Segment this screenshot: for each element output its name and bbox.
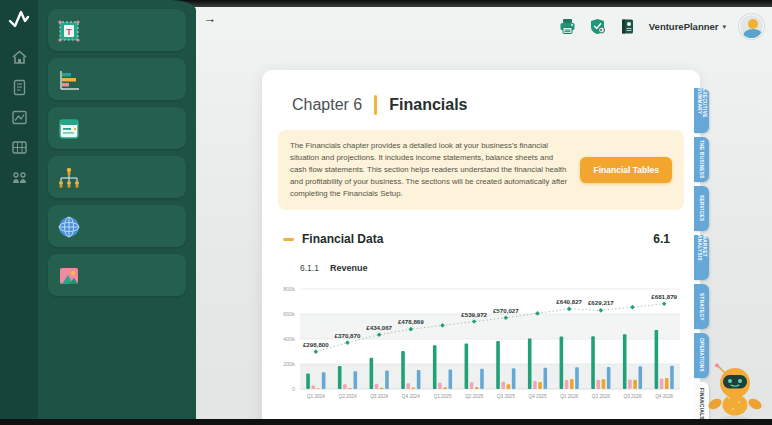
revenue-chart: 0200k400k600k800kQ1 2024Q2 2024Q3 2024Q4… <box>274 281 692 425</box>
total-marker <box>314 350 319 355</box>
total-marker <box>630 305 635 310</box>
total-label: £434,067 <box>366 324 392 331</box>
assistant-robot-mascot[interactable] <box>702 362 766 420</box>
org-people-icon[interactable] <box>11 169 28 186</box>
ventureplanner-logo-icon[interactable] <box>7 9 31 31</box>
document-icon[interactable] <box>11 79 28 96</box>
bar <box>591 337 595 390</box>
total-marker <box>599 308 604 313</box>
subsection-number: 6.1.1 <box>300 263 319 273</box>
chapter-divider <box>374 95 377 115</box>
revenue-chart-plot: 0200k400k600k800kQ1 2024Q2 2024Q3 2024Q4… <box>274 281 692 419</box>
bar <box>311 386 315 390</box>
bar <box>401 351 405 389</box>
bar <box>660 379 664 390</box>
bar <box>412 388 416 390</box>
bar <box>343 385 347 390</box>
svg-text:Q4 2025: Q4 2025 <box>529 394 547 399</box>
subsection-header: 6.1.1 Revenue <box>300 263 682 273</box>
section-title: Financial Data <box>302 232 383 246</box>
sidebar-card-diagrams[interactable] <box>48 156 186 198</box>
bar <box>348 388 352 389</box>
bar <box>565 380 569 389</box>
chapter-info-box: The Financials chapter provides a detail… <box>278 130 684 210</box>
bar <box>623 335 627 390</box>
bar <box>317 389 321 390</box>
subsection-title: Revenue <box>330 263 368 273</box>
bar <box>628 380 632 390</box>
section-accent-dash <box>283 238 294 241</box>
bar <box>607 367 611 389</box>
avatar-body <box>743 29 763 39</box>
svg-text:Q2 2026: Q2 2026 <box>592 394 610 399</box>
bar <box>501 382 505 389</box>
image-chart-icon[interactable] <box>11 109 28 126</box>
bar <box>596 380 600 389</box>
sidebar-card-charts[interactable] <box>48 58 186 100</box>
bar <box>670 366 674 389</box>
account-menu[interactable]: VenturePlanner ▾ <box>649 21 726 32</box>
bar <box>406 384 410 390</box>
bar <box>385 371 389 390</box>
tab-services[interactable]: Services <box>694 186 709 231</box>
app-window: T ‹ → VenturePlanner ▾ Chapter 6 Financi… <box>0 0 772 425</box>
sidebar-card-maps[interactable] <box>48 205 186 247</box>
shield-icon[interactable] <box>589 18 606 35</box>
svg-text:Q1 2025: Q1 2025 <box>434 394 452 399</box>
section-header: Financial Data 6.1 <box>283 232 670 246</box>
svg-text:Q2 2024: Q2 2024 <box>339 394 357 399</box>
bar <box>602 380 606 390</box>
bar <box>443 388 447 390</box>
bar <box>533 381 537 389</box>
svg-text:400k: 400k <box>283 336 295 342</box>
sidebar-card-other[interactable] <box>48 254 186 296</box>
svg-text:Q3 2025: Q3 2025 <box>497 394 515 399</box>
bar <box>338 366 342 389</box>
chapter-info-text: The Financials chapter provides a detail… <box>290 140 568 200</box>
tab-executive-summary[interactable]: Executive Summary <box>694 88 709 133</box>
header-actions: VenturePlanner ▾ <box>559 14 764 39</box>
financial-tables-button[interactable]: Financial Tables <box>580 157 672 183</box>
bar <box>449 370 453 390</box>
svg-text:600k: 600k <box>283 311 295 317</box>
book-icon[interactable] <box>619 18 636 35</box>
total-label: £570,027 <box>493 307 519 314</box>
bar <box>354 372 358 390</box>
chevron-down-icon: ▾ <box>722 23 726 31</box>
home-icon[interactable] <box>11 49 28 66</box>
bar <box>575 368 579 390</box>
charts-icon <box>56 67 82 93</box>
total-marker <box>662 302 667 307</box>
sidebar-card-titles-and-text[interactable]: T <box>48 9 186 51</box>
chapter-header: Chapter 6 Financials <box>292 95 682 115</box>
bar <box>633 380 637 389</box>
bar <box>433 346 437 390</box>
bar <box>375 384 379 389</box>
chapter-number-label: Chapter 6 <box>292 96 362 114</box>
sections-icon <box>56 116 82 142</box>
svg-text:T: T <box>66 27 72 37</box>
svg-text:200k: 200k <box>283 361 295 367</box>
icon-rail <box>0 0 38 419</box>
forward-arrow-icon[interactable]: → <box>203 11 216 26</box>
sidebar-card-sections[interactable] <box>48 107 186 149</box>
bar <box>306 374 310 390</box>
bar <box>475 387 479 389</box>
svg-text:Q2 2025: Q2 2025 <box>465 394 483 399</box>
chart-canvas: 0200k400k600k800kQ1 2024Q2 2024Q3 2024Q4… <box>274 281 688 415</box>
bar <box>570 379 574 389</box>
total-label: £681,879 <box>651 293 677 300</box>
other-icon <box>56 263 82 289</box>
total-label: £539,972 <box>461 311 487 318</box>
avatar-head <box>748 19 758 29</box>
diagrams-icon <box>56 165 82 191</box>
bar <box>470 383 474 390</box>
tab-the-business[interactable]: The Business <box>694 137 709 182</box>
total-marker <box>567 307 572 312</box>
printer-icon[interactable] <box>559 18 576 35</box>
tab-strategy[interactable]: Strategy <box>694 284 709 329</box>
user-avatar[interactable] <box>739 14 764 39</box>
map-grid-icon[interactable] <box>11 139 28 156</box>
bar <box>560 337 564 390</box>
tab-market-analysis[interactable]: Market Analysis <box>694 235 709 280</box>
